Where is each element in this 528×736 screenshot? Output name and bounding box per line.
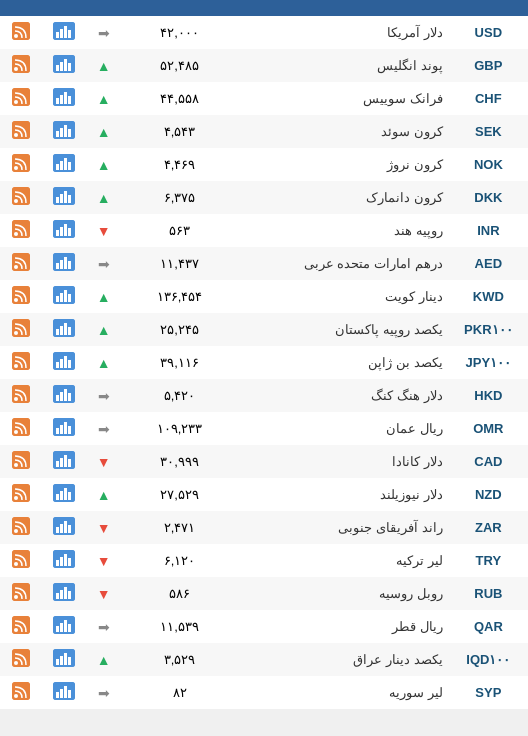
chart-cell[interactable]: [42, 313, 87, 346]
chart-icon[interactable]: [53, 55, 75, 73]
rss-icon[interactable]: [12, 352, 30, 370]
chart-cell[interactable]: [42, 478, 87, 511]
chart-icon[interactable]: [53, 22, 75, 40]
arrow-up-icon: ▲: [97, 487, 111, 503]
rss-cell[interactable]: [0, 445, 42, 478]
rss-icon[interactable]: [12, 451, 30, 469]
chart-cell[interactable]: [42, 49, 87, 82]
svg-point-13: [14, 67, 18, 71]
svg-rect-11: [68, 63, 71, 71]
rss-cell[interactable]: [0, 148, 42, 181]
chart-icon[interactable]: [53, 418, 75, 436]
rss-cell[interactable]: [0, 247, 42, 280]
svg-rect-136: [64, 653, 67, 665]
rss-icon[interactable]: [12, 121, 30, 139]
rss-icon[interactable]: [12, 583, 30, 601]
chart-cell[interactable]: [42, 379, 87, 412]
currency-code: GBP: [449, 49, 528, 82]
rss-cell[interactable]: [0, 49, 42, 82]
chart-cell[interactable]: [42, 16, 87, 49]
chart-icon[interactable]: [53, 517, 75, 535]
chart-icon[interactable]: [53, 286, 75, 304]
chart-icon[interactable]: [53, 484, 75, 502]
chart-icon[interactable]: [53, 121, 75, 139]
rss-cell[interactable]: [0, 214, 42, 247]
currency-value: ۸۲: [121, 676, 239, 709]
chart-icon[interactable]: [53, 550, 75, 568]
rss-icon[interactable]: [12, 550, 30, 568]
rss-cell[interactable]: [0, 280, 42, 313]
chart-icon[interactable]: [53, 319, 75, 337]
chart-icon[interactable]: [53, 583, 75, 601]
chart-cell[interactable]: [42, 181, 87, 214]
svg-rect-73: [64, 356, 67, 368]
rss-cell[interactable]: [0, 676, 42, 709]
chart-cell[interactable]: [42, 346, 87, 379]
currency-table: USD دلار آمریکا ۴۲,۰۰۰ ➡ GBP پوند انگلیس…: [0, 16, 528, 709]
currency-value: ۵۸۶: [121, 577, 239, 610]
chart-icon[interactable]: [53, 385, 75, 403]
rss-icon[interactable]: [12, 418, 30, 436]
chart-cell[interactable]: [42, 577, 87, 610]
rss-icon[interactable]: [12, 253, 30, 271]
rss-cell[interactable]: [0, 115, 42, 148]
rss-icon[interactable]: [12, 649, 30, 667]
svg-rect-25: [68, 129, 71, 137]
svg-point-76: [14, 364, 18, 368]
rss-cell[interactable]: [0, 82, 42, 115]
rss-icon[interactable]: [12, 154, 30, 172]
chart-icon[interactable]: [53, 253, 75, 271]
rss-icon[interactable]: [12, 385, 30, 403]
rss-icon[interactable]: [12, 319, 30, 337]
rss-cell[interactable]: [0, 511, 42, 544]
rss-cell[interactable]: [0, 412, 42, 445]
chart-cell[interactable]: [42, 445, 87, 478]
rss-icon[interactable]: [12, 286, 30, 304]
rss-cell[interactable]: [0, 346, 42, 379]
rss-icon[interactable]: [12, 220, 30, 238]
rss-cell[interactable]: [0, 478, 42, 511]
rss-cell[interactable]: [0, 577, 42, 610]
chart-cell[interactable]: [42, 610, 87, 643]
rss-icon[interactable]: [12, 484, 30, 502]
chart-icon[interactable]: [53, 352, 75, 370]
chart-cell[interactable]: [42, 544, 87, 577]
rss-icon[interactable]: [12, 616, 30, 634]
svg-rect-46: [68, 228, 71, 236]
chart-cell[interactable]: [42, 643, 87, 676]
currency-value: ۱۰۹,۲۳۳: [121, 412, 239, 445]
chart-icon[interactable]: [53, 682, 75, 700]
chart-cell[interactable]: [42, 214, 87, 247]
rss-cell[interactable]: [0, 610, 42, 643]
chart-icon[interactable]: [53, 649, 75, 667]
chart-icon[interactable]: [53, 187, 75, 205]
rss-cell[interactable]: [0, 313, 42, 346]
rss-icon[interactable]: [12, 517, 30, 535]
rss-icon[interactable]: [12, 187, 30, 205]
chart-cell[interactable]: [42, 115, 87, 148]
svg-rect-3: [64, 26, 67, 38]
rss-icon[interactable]: [12, 682, 30, 700]
chart-cell[interactable]: [42, 412, 87, 445]
rss-cell[interactable]: [0, 16, 42, 49]
rss-icon[interactable]: [12, 55, 30, 73]
chart-cell[interactable]: [42, 247, 87, 280]
chart-icon[interactable]: [53, 616, 75, 634]
chart-icon[interactable]: [53, 451, 75, 469]
rss-cell[interactable]: [0, 544, 42, 577]
arrow-down-icon: ▼: [97, 553, 111, 569]
rss-cell[interactable]: [0, 379, 42, 412]
rss-icon[interactable]: [12, 22, 30, 40]
chart-icon[interactable]: [53, 154, 75, 172]
chart-icon[interactable]: [53, 88, 75, 106]
chart-cell[interactable]: [42, 511, 87, 544]
chart-cell[interactable]: [42, 148, 87, 181]
chart-icon[interactable]: [53, 220, 75, 238]
chart-cell[interactable]: [42, 676, 87, 709]
rss-cell[interactable]: [0, 643, 42, 676]
rss-cell[interactable]: [0, 181, 42, 214]
svg-rect-30: [60, 161, 63, 170]
rss-icon[interactable]: [12, 88, 30, 106]
chart-cell[interactable]: [42, 280, 87, 313]
chart-cell[interactable]: [42, 82, 87, 115]
